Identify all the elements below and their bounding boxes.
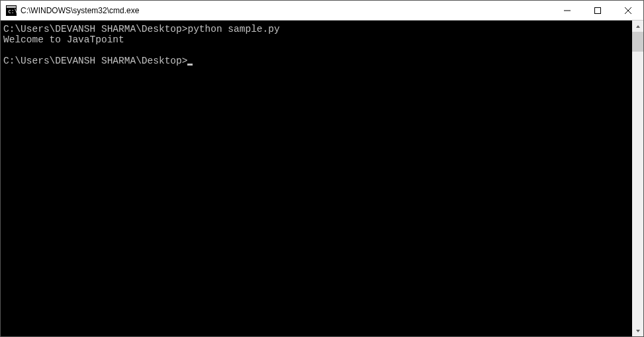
terminal-line: C:\Users\DEVANSH SHARMA\Desktop> (3, 56, 629, 66)
svg-text:c:\: c:\ (8, 9, 17, 15)
svg-rect-4 (595, 7, 601, 13)
close-button[interactable] (613, 1, 643, 20)
svg-marker-7 (636, 25, 640, 28)
prompt: C:\Users\DEVANSH SHARMA\Desktop> (3, 24, 187, 34)
terminal-output[interactable]: C:\Users\DEVANSH SHARMA\Desktop>python s… (1, 21, 632, 336)
svg-marker-8 (636, 330, 640, 332)
window-title: C:\WINDOWS\system32\cmd.exe (21, 6, 552, 15)
prompt: C:\Users\DEVANSH SHARMA\Desktop> (3, 56, 187, 66)
minimize-button[interactable] (552, 1, 582, 20)
titlebar[interactable]: c:\ C:\WINDOWS\system32\cmd.exe (1, 1, 643, 21)
scroll-down-button[interactable] (632, 325, 643, 336)
window-controls (552, 1, 643, 20)
output-line: Welcome to JavaTpoint (3, 34, 629, 45)
output-line (3, 45, 629, 56)
scroll-track[interactable] (632, 32, 643, 325)
terminal-area: C:\Users\DEVANSH SHARMA\Desktop>python s… (1, 21, 643, 336)
vertical-scrollbar[interactable] (632, 21, 643, 336)
cmd-icon: c:\ (6, 5, 17, 16)
cursor (187, 64, 193, 66)
scroll-thumb[interactable] (632, 32, 643, 52)
cmd-window: c:\ C:\WINDOWS\system32\cmd.exe C:\Users… (0, 0, 644, 337)
svg-rect-1 (7, 6, 16, 8)
scroll-up-button[interactable] (632, 21, 643, 32)
maximize-button[interactable] (582, 1, 613, 20)
terminal-line: C:\Users\DEVANSH SHARMA\Desktop>python s… (3, 24, 629, 34)
command-text: python sample.py (187, 24, 279, 34)
